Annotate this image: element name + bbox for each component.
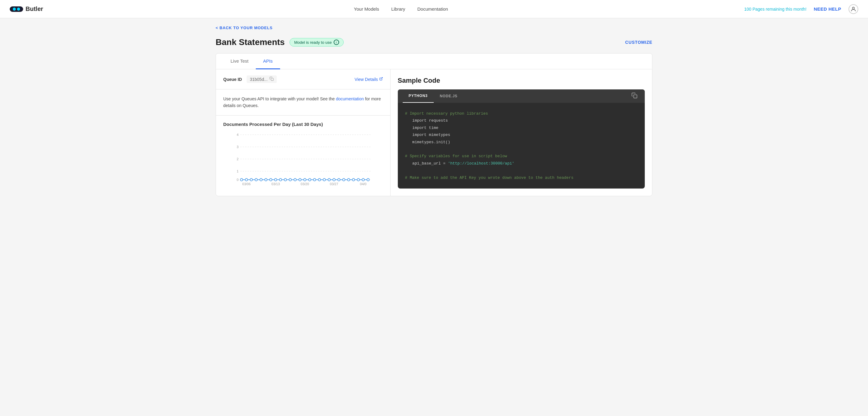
- svg-point-37: [357, 179, 360, 181]
- code-tabs: PYTHON3 NODE.JS: [398, 89, 645, 103]
- tab-apis[interactable]: APIs: [256, 54, 280, 69]
- svg-point-17: [260, 179, 262, 181]
- info-icon[interactable]: i: [334, 39, 339, 45]
- svg-point-22: [284, 179, 286, 181]
- svg-rect-45: [634, 95, 637, 98]
- code-line-import-time: import time: [405, 124, 638, 131]
- svg-rect-1: [271, 78, 273, 81]
- customize-button[interactable]: CUSTOMIZE: [625, 40, 652, 45]
- main-content: < BACK TO YOUR MODELS Bank Statements Mo…: [206, 18, 662, 203]
- code-content: # Import necessary python libraries impo…: [398, 103, 645, 189]
- svg-point-29: [318, 179, 320, 181]
- model-title-section: Bank Statements Model is ready to use i: [216, 37, 344, 47]
- svg-point-16: [255, 179, 257, 181]
- nav-library[interactable]: Library: [391, 6, 405, 11]
- view-details-link[interactable]: View Details: [354, 77, 383, 82]
- queue-id-text: 31b05d...: [250, 77, 267, 82]
- code-tab-python3[interactable]: PYTHON3: [403, 89, 434, 103]
- api-desc-prefix: Use your Queues API to integrate with yo…: [223, 96, 335, 101]
- left-panel: Queue ID 31b05d... View Details: [216, 69, 391, 196]
- model-card: Live Test APIs Queue ID 31b05d...: [216, 53, 652, 196]
- svg-text:0: 0: [237, 178, 239, 182]
- copy-queue-id-icon[interactable]: [270, 77, 274, 82]
- svg-point-18: [265, 179, 267, 181]
- header-right: 100 Pages remaining this month! NEED HEL…: [744, 4, 858, 14]
- svg-text:2: 2: [237, 157, 239, 161]
- svg-text:03/20: 03/20: [301, 182, 309, 186]
- svg-point-24: [294, 179, 296, 181]
- svg-point-21: [279, 179, 282, 181]
- code-line-mimetypes-init: mimetypes.init(): [405, 139, 638, 146]
- svg-point-34: [342, 179, 345, 181]
- svg-point-38: [362, 179, 364, 181]
- external-link-icon: [379, 77, 383, 82]
- code-blank-1: [405, 146, 638, 153]
- svg-point-15: [250, 179, 252, 181]
- code-comment-1: # Import necessary python libraries: [405, 110, 638, 117]
- status-text: Model is ready to use: [294, 40, 332, 45]
- content-area: Queue ID 31b05d... View Details: [216, 69, 652, 196]
- svg-text:03/13: 03/13: [272, 182, 280, 186]
- code-line-import-mimetypes: import mimetypes: [405, 131, 638, 138]
- svg-point-30: [323, 179, 326, 181]
- chart-title: Documents Processed Per Day (Last 30 Day…: [223, 122, 383, 127]
- code-tab-nodejs[interactable]: NODE.JS: [434, 90, 464, 102]
- logo[interactable]: Butler: [10, 5, 43, 12]
- svg-text:04/0: 04/0: [360, 182, 367, 186]
- model-title: Bank Statements: [216, 37, 285, 47]
- svg-text:1: 1: [237, 169, 239, 173]
- api-description: Use your Queues API to integrate with yo…: [216, 89, 390, 116]
- queue-id-section: Queue ID 31b05d... View Details: [216, 69, 390, 89]
- svg-point-14: [245, 179, 248, 181]
- user-avatar[interactable]: [848, 4, 858, 14]
- logo-eye-right: [17, 8, 20, 11]
- svg-point-23: [289, 179, 291, 181]
- pages-remaining: 100 Pages remaining this month!: [744, 7, 807, 11]
- code-comment-3: # Make sure to add the API Key you wrote…: [405, 174, 638, 181]
- queue-id-label: Queue ID: [223, 77, 242, 82]
- code-copy-button[interactable]: [629, 90, 640, 102]
- svg-point-31: [328, 179, 330, 181]
- logo-text: Butler: [26, 5, 43, 12]
- svg-point-32: [333, 179, 335, 181]
- svg-point-0: [852, 7, 855, 9]
- chart-container: 4 3 2 1 0: [223, 132, 383, 186]
- need-help-button[interactable]: NEED HELP: [814, 6, 841, 11]
- svg-line-2: [381, 77, 382, 79]
- chart-section: Documents Processed Per Day (Last 30 Day…: [216, 116, 390, 192]
- svg-point-36: [352, 179, 354, 181]
- svg-text:03/27: 03/27: [330, 182, 339, 186]
- tab-live-test[interactable]: Live Test: [223, 54, 256, 69]
- svg-point-13: [240, 179, 243, 181]
- logo-eye-left: [13, 8, 16, 11]
- back-link[interactable]: < BACK TO YOUR MODELS: [216, 26, 652, 30]
- right-panel: Sample Code PYTHON3 NODE.JS: [391, 69, 652, 196]
- svg-text:4: 4: [237, 133, 239, 136]
- main-nav: Your Models Library Documentation: [58, 6, 744, 11]
- svg-point-19: [270, 179, 272, 181]
- svg-text:03/06: 03/06: [242, 182, 251, 186]
- nav-your-models[interactable]: Your Models: [354, 6, 379, 11]
- code-comment-2: # Specify variables for use in script be…: [405, 153, 638, 160]
- svg-text:3: 3: [237, 145, 239, 149]
- queue-id-value: 31b05d...: [247, 75, 276, 83]
- svg-point-33: [338, 179, 340, 181]
- svg-point-27: [308, 179, 311, 181]
- code-blank-2: [405, 167, 638, 174]
- chart-svg: 4 3 2 1 0: [223, 132, 383, 186]
- view-details-label: View Details: [354, 77, 378, 82]
- sample-code-title: Sample Code: [398, 77, 645, 85]
- svg-point-35: [347, 179, 350, 181]
- model-header: Bank Statements Model is ready to use i …: [216, 37, 652, 47]
- nav-documentation[interactable]: Documentation: [417, 6, 448, 11]
- main-header: Butler Your Models Library Documentation…: [0, 0, 868, 18]
- tabs-bar: Live Test APIs: [216, 54, 652, 69]
- svg-point-20: [274, 179, 277, 181]
- svg-point-28: [313, 179, 316, 181]
- api-description-text: Use your Queues API to integrate with yo…: [223, 95, 383, 109]
- svg-point-26: [304, 179, 306, 181]
- logo-icon: [10, 6, 23, 12]
- status-badge: Model is ready to use i: [289, 38, 344, 46]
- svg-point-39: [367, 179, 369, 181]
- documentation-link[interactable]: documentation: [336, 96, 364, 101]
